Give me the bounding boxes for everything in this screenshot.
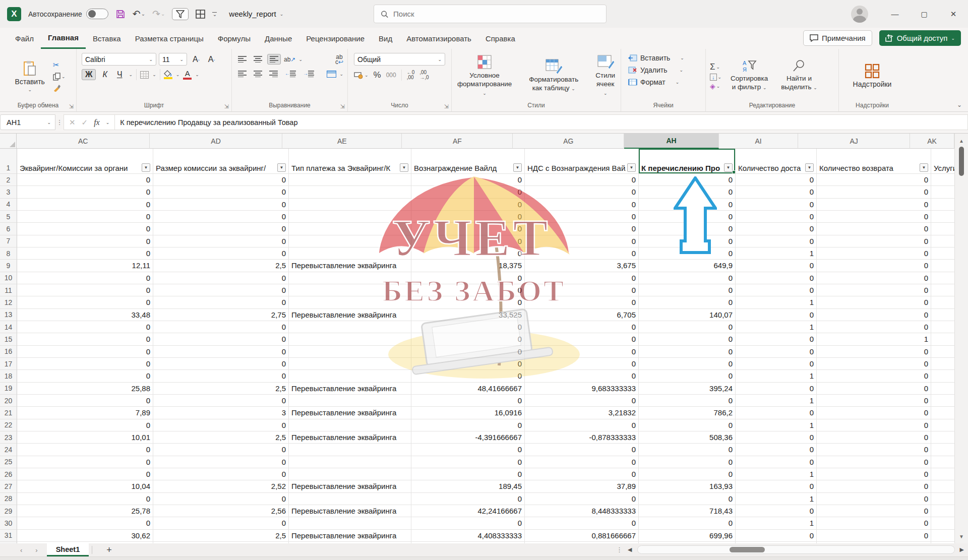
sheet-next-icon[interactable]: › (35, 546, 37, 554)
increase-font-button[interactable]: Aˆ (190, 54, 203, 65)
row-header-18[interactable]: 18 (0, 370, 17, 382)
header-cell-AD[interactable]: Размер комиссии за эквайринг/▼ (153, 149, 289, 174)
header-cell-AG[interactable]: НДС с Вознаграждения Вайл▼ (525, 149, 639, 174)
format-cells-button[interactable]: Формат⌄ (626, 77, 681, 87)
tab-Файл[interactable]: Файл (8, 28, 41, 49)
cell-AH2[interactable]: 0 (639, 174, 736, 186)
cell-AG23[interactable]: -0,878333333 (525, 431, 639, 444)
cell-AH19[interactable]: 395,24 (639, 383, 736, 395)
cell-AJ16[interactable]: 0 (817, 346, 931, 358)
cell-AH15[interactable]: 0 (639, 333, 736, 345)
cell-AD4[interactable]: 0 (153, 199, 289, 211)
row-header-29[interactable]: 29 (0, 505, 17, 517)
cell-AE24[interactable] (289, 444, 411, 456)
align-middle-button[interactable] (252, 54, 264, 64)
cell-AG29[interactable]: 8,448333333 (525, 505, 639, 517)
cell-AC31[interactable]: 30,62 (17, 530, 153, 542)
cell-AG21[interactable]: 3,21832 (525, 407, 639, 419)
tab-Автоматизировать[interactable]: Автоматизировать (399, 28, 478, 49)
cell-AC6[interactable]: 0 (17, 223, 153, 235)
cell-AF19[interactable]: 48,41666667 (411, 383, 525, 395)
formula-input[interactable]: К перечислению Продавцу за реализованный… (115, 114, 968, 130)
format-as-table-button[interactable]: Форматировать как таблицу ⌄ (525, 57, 582, 94)
cell-AJ7[interactable]: 0 (817, 235, 931, 247)
tab-Рецензирование[interactable]: Рецензирование (299, 28, 372, 49)
cell-AE10[interactable] (289, 272, 411, 284)
vertical-scrollbar[interactable]: ▲ ▼ (954, 134, 968, 543)
tab-Разметка страницы[interactable]: Разметка страницы (128, 28, 211, 49)
row-header-25[interactable]: 25 (0, 456, 17, 468)
filter-dropdown-icon-AI[interactable]: ▼ (805, 163, 814, 172)
cell-AE30[interactable] (289, 517, 411, 529)
cell-AE25[interactable] (289, 456, 411, 468)
cell-AK9[interactable] (931, 260, 954, 272)
tab-Справка[interactable]: Справка (478, 28, 522, 49)
cell-AE18[interactable] (289, 370, 411, 382)
fill-handle[interactable] (732, 170, 736, 174)
cell-AH13[interactable]: 140,07 (639, 309, 736, 321)
cell-AC20[interactable]: 0 (17, 395, 153, 407)
cell-AH30[interactable]: 0 (639, 517, 736, 529)
font-size-select[interactable]: 11⌄ (159, 53, 187, 66)
cell-AD30[interactable]: 0 (153, 517, 289, 529)
number-dialog-launcher[interactable]: ⇲ (444, 103, 449, 110)
cell-AF18[interactable]: 0 (411, 370, 525, 382)
row-header-9[interactable]: 9 (0, 260, 17, 272)
cell-AF17[interactable]: 0 (411, 358, 525, 370)
font-color-chevron-icon[interactable]: ⌄ (195, 72, 199, 77)
header-cell-AJ[interactable]: Количество возврата▼ (817, 149, 931, 174)
cell-AJ2[interactable]: 0 (817, 174, 931, 186)
addins-button[interactable]: Надстройки (849, 63, 896, 89)
cell-AK2[interactable] (931, 174, 954, 186)
cell-AG22[interactable]: 0 (525, 419, 639, 431)
autosum-button[interactable]: Σ⌄ (710, 62, 721, 72)
cell-AJ23[interactable]: 0 (817, 431, 931, 444)
cell-AH4[interactable]: 0 (639, 199, 736, 211)
cell-AH3[interactable]: 0 (639, 186, 736, 198)
header-cell-AE[interactable]: Тип платежа за Эквайринг/К▼ (289, 149, 411, 174)
column-header-AC[interactable]: AC (17, 134, 150, 149)
cell-AG27[interactable]: 37,89 (525, 480, 639, 492)
cell-AF29[interactable]: 42,24166667 (411, 505, 525, 517)
cell-AF5[interactable]: 0 (411, 211, 525, 223)
header-cell-AF[interactable]: Вознаграждение Вайлд▼ (411, 149, 525, 174)
cell-AG26[interactable]: 0 (525, 468, 639, 480)
tab-Вставка[interactable]: Вставка (86, 28, 128, 49)
cell-AI23[interactable]: 0 (736, 431, 817, 444)
cell-AJ19[interactable]: 0 (817, 383, 931, 395)
header-cell-AC[interactable]: Эквайринг/Комиссии за органи▼ (17, 149, 153, 174)
cell-AJ22[interactable]: 0 (817, 419, 931, 431)
filter-dropdown-icon-AE[interactable]: ▼ (400, 163, 408, 172)
fill-color-chevron-icon[interactable]: ⌄ (176, 72, 180, 77)
cell-AI9[interactable]: 0 (736, 260, 817, 272)
qat-overflow-icon[interactable]: ⌄ (212, 12, 217, 16)
cell-AD2[interactable]: 0 (153, 174, 289, 186)
cell-AJ29[interactable]: 0 (817, 505, 931, 517)
cell-AC19[interactable]: 25,88 (17, 383, 153, 395)
cell-AK15[interactable] (931, 333, 954, 345)
cell-AI19[interactable]: 0 (736, 383, 817, 395)
filter-dropdown-icon-AJ[interactable]: ▼ (920, 163, 928, 172)
cell-AF31[interactable]: 4,408333333 (411, 530, 525, 542)
cell-AH24[interactable]: 0 (639, 444, 736, 456)
cell-AC25[interactable]: 0 (17, 456, 153, 468)
enter-formula-icon[interactable]: ✓ (82, 118, 88, 127)
row-header-31[interactable]: 31 (0, 530, 17, 542)
filter-dropdown-icon-AD[interactable]: ▼ (277, 163, 286, 172)
filter-dropdown-icon-AF[interactable]: ▼ (513, 163, 522, 172)
cell-AE26[interactable] (289, 468, 411, 480)
row-header-13[interactable]: 13 (0, 309, 17, 321)
cell-AI15[interactable]: 0 (736, 333, 817, 345)
cell-AD19[interactable]: 2,5 (153, 383, 289, 395)
cell-AG9[interactable]: 3,675 (525, 260, 639, 272)
cell-AI27[interactable]: 0 (736, 480, 817, 492)
cell-AI31[interactable]: 0 (736, 530, 817, 542)
column-header-AJ[interactable]: AJ (798, 134, 910, 149)
cell-AF11[interactable]: 0 (411, 284, 525, 296)
row-header-7[interactable]: 7 (0, 235, 17, 247)
fill-button[interactable]: ↓⌄ (710, 74, 721, 81)
cell-AF14[interactable]: 0 (411, 321, 525, 333)
cell-AC22[interactable]: 0 (17, 419, 153, 431)
add-sheet-button[interactable]: + (95, 543, 123, 556)
cell-AG8[interactable]: 0 (525, 247, 639, 260)
